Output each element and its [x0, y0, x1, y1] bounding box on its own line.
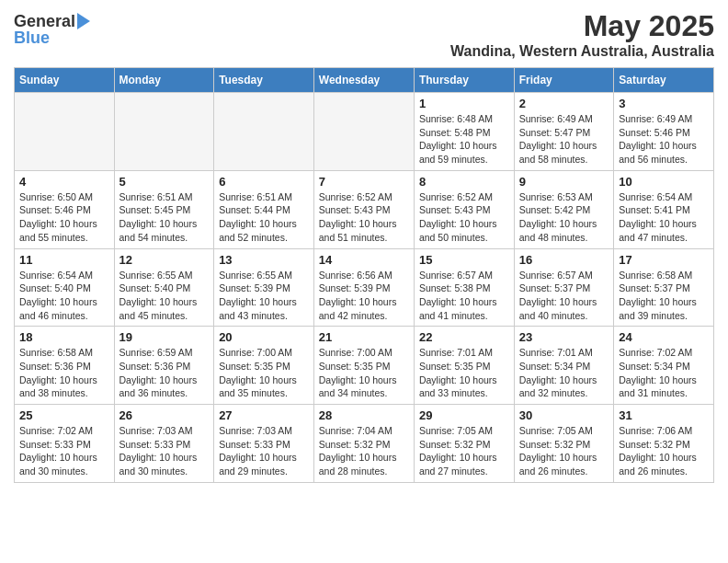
- calendar-week-row-2: 11Sunrise: 6:54 AMSunset: 5:40 PMDayligh…: [15, 248, 714, 327]
- calendar-cell: 7Sunrise: 6:52 AMSunset: 5:43 PMDaylight…: [313, 170, 414, 248]
- day-info: Sunrise: 7:01 AMSunset: 5:34 PMDaylight:…: [519, 346, 609, 400]
- day-info: Sunrise: 7:05 AMSunset: 5:32 PMDaylight:…: [519, 424, 609, 478]
- calendar-cell: 14Sunrise: 6:56 AMSunset: 5:39 PMDayligh…: [313, 248, 414, 327]
- logo-blue-text: Blue: [14, 29, 50, 46]
- day-number: 28: [319, 408, 409, 422]
- day-number: 8: [419, 175, 509, 189]
- day-info: Sunrise: 6:49 AMSunset: 5:46 PMDaylight:…: [619, 112, 709, 167]
- calendar-cell: 24Sunrise: 7:02 AMSunset: 5:34 PMDayligh…: [614, 327, 714, 405]
- header: General Blue May 2025 Wandina, Western A…: [14, 9, 714, 60]
- calendar-cell: 22Sunrise: 7:01 AMSunset: 5:35 PMDayligh…: [414, 327, 514, 405]
- calendar-cell: 16Sunrise: 6:57 AMSunset: 5:37 PMDayligh…: [514, 248, 613, 327]
- day-number: 22: [419, 330, 509, 344]
- day-number: 1: [419, 97, 509, 110]
- day-info: Sunrise: 6:52 AMSunset: 5:43 PMDaylight:…: [419, 190, 509, 245]
- calendar-cell: 20Sunrise: 7:00 AMSunset: 5:35 PMDayligh…: [214, 327, 314, 405]
- day-info: Sunrise: 6:56 AMSunset: 5:39 PMDaylight:…: [319, 269, 409, 323]
- day-number: 2: [519, 97, 609, 110]
- day-info: Sunrise: 6:57 AMSunset: 5:37 PMDaylight:…: [519, 269, 609, 323]
- calendar-week-row-0: 1Sunrise: 6:48 AMSunset: 5:48 PMDaylight…: [15, 93, 714, 171]
- calendar-cell: 25Sunrise: 7:02 AMSunset: 5:33 PMDayligh…: [15, 405, 115, 483]
- calendar-cell: 15Sunrise: 6:57 AMSunset: 5:38 PMDayligh…: [414, 248, 514, 327]
- day-info: Sunrise: 6:53 AMSunset: 5:42 PMDaylight:…: [519, 190, 609, 245]
- day-number: 24: [619, 330, 709, 344]
- location-title: Wandina, Western Australia, Australia: [450, 43, 714, 60]
- day-number: 20: [219, 330, 309, 344]
- day-info: Sunrise: 7:02 AMSunset: 5:34 PMDaylight:…: [619, 346, 709, 400]
- calendar-cell: 23Sunrise: 7:01 AMSunset: 5:34 PMDayligh…: [514, 327, 613, 405]
- day-number: 6: [219, 175, 309, 189]
- day-number: 23: [519, 330, 609, 344]
- day-number: 26: [119, 408, 210, 422]
- calendar-week-row-4: 25Sunrise: 7:02 AMSunset: 5:33 PMDayligh…: [15, 405, 714, 483]
- day-number: 9: [519, 175, 609, 189]
- day-info: Sunrise: 6:51 AMSunset: 5:45 PMDaylight:…: [119, 190, 210, 245]
- calendar-table: Sunday Monday Tuesday Wednesday Thursday…: [14, 67, 714, 483]
- calendar-cell: 9Sunrise: 6:53 AMSunset: 5:42 PMDaylight…: [514, 170, 613, 248]
- day-info: Sunrise: 7:01 AMSunset: 5:35 PMDaylight:…: [419, 346, 509, 400]
- calendar-cell: [313, 93, 414, 171]
- calendar-cell: 17Sunrise: 6:58 AMSunset: 5:37 PMDayligh…: [614, 248, 714, 327]
- day-number: 27: [219, 408, 309, 422]
- header-tuesday: Tuesday: [214, 68, 314, 93]
- calendar-cell: 29Sunrise: 7:05 AMSunset: 5:32 PMDayligh…: [414, 405, 514, 483]
- header-saturday: Saturday: [614, 68, 714, 93]
- logo-general-text: General: [14, 13, 75, 29]
- calendar-cell: 10Sunrise: 6:54 AMSunset: 5:41 PMDayligh…: [614, 170, 714, 248]
- day-info: Sunrise: 6:54 AMSunset: 5:40 PMDaylight:…: [19, 269, 109, 323]
- calendar-cell: 6Sunrise: 6:51 AMSunset: 5:44 PMDaylight…: [214, 170, 314, 248]
- header-friday: Friday: [514, 68, 613, 93]
- calendar-cell: 13Sunrise: 6:55 AMSunset: 5:39 PMDayligh…: [214, 248, 314, 327]
- calendar-cell: 21Sunrise: 7:00 AMSunset: 5:35 PMDayligh…: [313, 327, 414, 405]
- day-number: 19: [119, 330, 210, 344]
- day-info: Sunrise: 6:57 AMSunset: 5:38 PMDaylight:…: [419, 269, 509, 323]
- month-title: May 2025: [450, 9, 714, 43]
- day-info: Sunrise: 7:00 AMSunset: 5:35 PMDaylight:…: [319, 346, 409, 400]
- title-area: May 2025 Wandina, Western Australia, Aus…: [450, 9, 714, 60]
- day-info: Sunrise: 7:04 AMSunset: 5:32 PMDaylight:…: [319, 424, 409, 478]
- calendar-cell: 4Sunrise: 6:50 AMSunset: 5:46 PMDaylight…: [15, 170, 115, 248]
- calendar-cell: 2Sunrise: 6:49 AMSunset: 5:47 PMDaylight…: [514, 93, 613, 171]
- day-info: Sunrise: 6:55 AMSunset: 5:39 PMDaylight:…: [219, 269, 309, 323]
- day-info: Sunrise: 7:02 AMSunset: 5:33 PMDaylight:…: [19, 424, 109, 478]
- day-number: 18: [19, 330, 109, 344]
- day-info: Sunrise: 7:00 AMSunset: 5:35 PMDaylight:…: [219, 346, 309, 400]
- day-number: 14: [319, 253, 409, 267]
- day-info: Sunrise: 6:58 AMSunset: 5:36 PMDaylight:…: [19, 346, 109, 400]
- calendar-week-row-1: 4Sunrise: 6:50 AMSunset: 5:46 PMDaylight…: [15, 170, 714, 248]
- day-number: 25: [19, 408, 109, 422]
- day-info: Sunrise: 7:03 AMSunset: 5:33 PMDaylight:…: [219, 424, 309, 478]
- day-number: 17: [619, 253, 709, 267]
- calendar-cell: [214, 93, 314, 171]
- logo: General Blue: [14, 9, 90, 46]
- calendar-cell: 11Sunrise: 6:54 AMSunset: 5:40 PMDayligh…: [15, 248, 115, 327]
- calendar-cell: [15, 93, 115, 171]
- day-number: 29: [419, 408, 509, 422]
- calendar-cell: 30Sunrise: 7:05 AMSunset: 5:32 PMDayligh…: [514, 405, 613, 483]
- day-number: 12: [119, 253, 210, 267]
- header-monday: Monday: [114, 68, 214, 93]
- calendar-cell: 5Sunrise: 6:51 AMSunset: 5:45 PMDaylight…: [114, 170, 214, 248]
- day-info: Sunrise: 6:50 AMSunset: 5:46 PMDaylight:…: [19, 190, 109, 245]
- day-number: 31: [619, 408, 709, 422]
- day-info: Sunrise: 6:55 AMSunset: 5:40 PMDaylight:…: [119, 269, 210, 323]
- calendar-cell: 26Sunrise: 7:03 AMSunset: 5:33 PMDayligh…: [114, 405, 214, 483]
- header-sunday: Sunday: [15, 68, 115, 93]
- calendar-cell: 12Sunrise: 6:55 AMSunset: 5:40 PMDayligh…: [114, 248, 214, 327]
- day-info: Sunrise: 6:48 AMSunset: 5:48 PMDaylight:…: [419, 112, 509, 167]
- day-info: Sunrise: 7:06 AMSunset: 5:32 PMDaylight:…: [619, 424, 709, 478]
- day-number: 5: [119, 175, 210, 189]
- day-info: Sunrise: 6:54 AMSunset: 5:41 PMDaylight:…: [619, 190, 709, 245]
- day-number: 30: [519, 408, 609, 422]
- day-info: Sunrise: 6:52 AMSunset: 5:43 PMDaylight:…: [319, 190, 409, 245]
- day-number: 3: [619, 97, 709, 110]
- calendar-week-row-3: 18Sunrise: 6:58 AMSunset: 5:36 PMDayligh…: [15, 327, 714, 405]
- day-info: Sunrise: 6:51 AMSunset: 5:44 PMDaylight:…: [219, 190, 309, 245]
- calendar-cell: 19Sunrise: 6:59 AMSunset: 5:36 PMDayligh…: [114, 327, 214, 405]
- logo-arrow-icon: [77, 13, 90, 29]
- day-info: Sunrise: 6:58 AMSunset: 5:37 PMDaylight:…: [619, 269, 709, 323]
- calendar-cell: 27Sunrise: 7:03 AMSunset: 5:33 PMDayligh…: [214, 405, 314, 483]
- day-number: 7: [319, 175, 409, 189]
- day-number: 13: [219, 253, 309, 267]
- calendar-header-row: Sunday Monday Tuesday Wednesday Thursday…: [15, 68, 714, 93]
